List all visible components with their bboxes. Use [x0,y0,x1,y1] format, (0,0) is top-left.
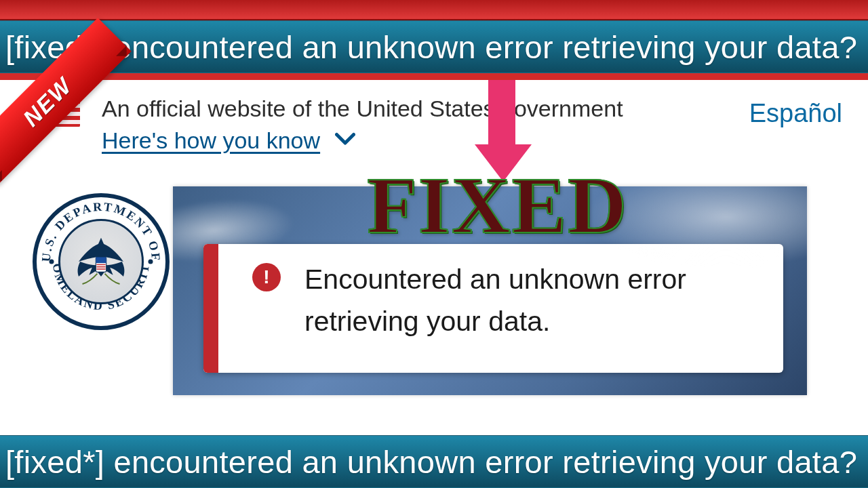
fixed-stamp: FIXED [367,166,628,246]
title-banner-bottom: [fixed*] encountered an unknown error re… [0,435,868,488]
error-icon-glyph: ! [263,266,269,288]
svg-point-2 [50,260,54,264]
svg-rect-5 [96,257,106,263]
error-message: Encountered an unknown error retrieving … [304,259,757,342]
error-icon: ! [252,263,281,291]
dhs-seal: U.S. DEPARTMENT OF HOMELAND SECURITY [33,193,170,330]
error-alert: ! Encountered an unknown error retrievin… [203,244,783,373]
title-banner-top: [fixed*] encountered an unknown error re… [0,20,868,73]
language-espanol-link[interactable]: Español [749,99,842,128]
eagle-icon [60,221,142,302]
svg-point-3 [149,260,153,264]
official-site-label: An official website of the United States… [102,96,842,122]
red-strip [0,73,868,80]
alert-accent-bar [203,244,218,373]
title-text-bottom: [fixed*] encountered an unknown error re… [5,443,857,481]
how-you-know-link[interactable]: Here's how you know [102,127,320,154]
gov-banner-text: An official website of the United States… [102,96,842,154]
chevron-down-icon[interactable] [335,132,355,150]
top-red-bar [0,0,868,20]
